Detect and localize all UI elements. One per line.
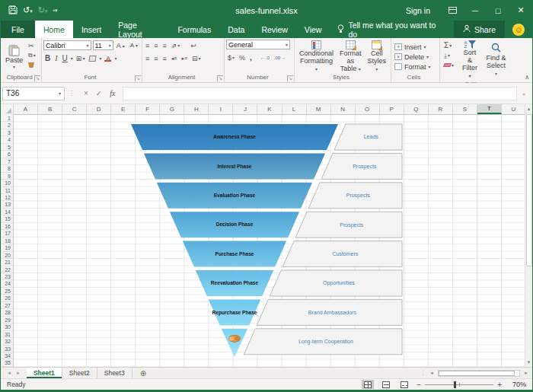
orientation-icon[interactable]: ⇗▾: [170, 41, 182, 49]
column-header-P[interactable]: P: [380, 104, 404, 114]
select-all-corner[interactable]: [1, 104, 14, 115]
tab-file[interactable]: File: [1, 21, 35, 38]
conditional-formatting-button[interactable]: ConditionalFormatting ▾: [296, 40, 337, 74]
paste-dropdown-icon[interactable]: ▾: [13, 64, 15, 69]
row-header-19[interactable]: 19: [1, 244, 13, 251]
column-header-A[interactable]: A: [14, 104, 38, 114]
row-header-34[interactable]: 34: [1, 352, 13, 359]
funnel-segment-8[interactable]: [222, 329, 248, 357]
row-header-12[interactable]: 12: [1, 194, 13, 201]
decrease-font-icon[interactable]: A▼: [129, 41, 140, 49]
vertical-scrollbar[interactable]: ▲ ▼: [525, 104, 532, 367]
feedback-smiley-icon[interactable]: ☺: [512, 24, 525, 36]
insert-function-icon[interactable]: fx: [110, 89, 115, 97]
number-format-select[interactable]: General▾: [226, 40, 290, 49]
italic-button[interactable]: I: [53, 54, 59, 62]
column-header-T[interactable]: T: [477, 104, 502, 114]
increase-indent-icon[interactable]: ▸≡: [180, 54, 189, 62]
vertical-scroll-thumb[interactable]: [526, 114, 532, 266]
font-family-select[interactable]: Calibri▾: [43, 40, 91, 50]
bold-button[interactable]: B: [43, 54, 52, 62]
column-header-R[interactable]: R: [429, 104, 453, 114]
insert-cells-button[interactable]: +Insert▾: [393, 42, 438, 52]
align-left-icon[interactable]: ≡: [144, 54, 151, 62]
page-layout-view-icon[interactable]: [380, 380, 392, 389]
cut-icon[interactable]: ✂: [27, 41, 37, 49]
paste-button[interactable]: Paste ▾: [2, 40, 26, 74]
autosum-icon[interactable]: Σ▾: [442, 41, 457, 49]
decrease-indent-icon[interactable]: ◂≡: [170, 54, 179, 62]
tell-me-box[interactable]: Tell me what you want to do: [330, 21, 454, 38]
new-sheet-icon[interactable]: ⊕: [132, 368, 154, 378]
column-header-S[interactable]: S: [453, 104, 477, 114]
column-header-N[interactable]: N: [331, 104, 356, 114]
row-header-10[interactable]: 10: [1, 180, 13, 186]
row-header-20[interactable]: 20: [1, 252, 13, 259]
number-dialog-launcher-icon[interactable]: ↘: [287, 75, 293, 81]
row-header-24[interactable]: 24: [1, 280, 13, 287]
redo-icon[interactable]: ↻▾: [38, 6, 48, 14]
row-header-17[interactable]: 17: [1, 230, 13, 237]
fill-icon[interactable]: ⤓▾: [442, 51, 457, 59]
enter-icon[interactable]: ✓: [96, 89, 102, 97]
column-header-E[interactable]: E: [111, 104, 136, 114]
row-header-13[interactable]: 13: [1, 201, 13, 208]
font-color-icon[interactable]: A: [103, 56, 113, 62]
share-button[interactable]: Share: [454, 21, 505, 38]
tab-scroll-splitter[interactable]: ⋮: [420, 370, 426, 376]
undo-icon[interactable]: ↺▾: [23, 6, 33, 14]
align-center-icon[interactable]: ≡: [152, 54, 159, 62]
column-header-L[interactable]: L: [282, 104, 307, 114]
increase-decimal-icon[interactable]: ←.0: [259, 53, 271, 62]
formula-input[interactable]: [123, 87, 517, 100]
scroll-up-icon[interactable]: ▲: [527, 104, 531, 113]
fill-color-icon[interactable]: [88, 56, 97, 62]
clear-icon[interactable]: ▾: [442, 61, 457, 69]
row-header-29[interactable]: 29: [1, 317, 13, 323]
scroll-down-icon[interactable]: ▼: [527, 358, 531, 367]
wrap-text-icon[interactable]: ↩: [189, 41, 198, 49]
column-header-M[interactable]: M: [307, 104, 331, 114]
underline-dropdown-icon[interactable]: ▾: [71, 56, 73, 61]
column-header-H[interactable]: H: [184, 104, 209, 114]
align-right-icon[interactable]: ≡: [161, 54, 168, 62]
horizontal-scroll-thumb[interactable]: [439, 371, 515, 376]
row-header-2[interactable]: 2: [1, 122, 13, 129]
font-color-dropdown-icon[interactable]: ▾: [114, 56, 116, 61]
zoom-slider-thumb[interactable]: [454, 381, 456, 388]
sort-filter-button[interactable]: AZ Sort &Filter ▾: [458, 40, 482, 81]
align-middle-icon[interactable]: ≡: [152, 41, 159, 49]
format-cells-button[interactable]: Format▾: [393, 62, 438, 72]
column-header-B[interactable]: B: [38, 104, 62, 114]
tab-insert[interactable]: Insert: [73, 21, 110, 38]
row-header-35[interactable]: 35: [1, 359, 13, 366]
zoom-slider[interactable]: [425, 384, 493, 385]
sheet-tab-sheet2[interactable]: Sheet2: [62, 368, 97, 378]
sheet-tab-sheet3[interactable]: Sheet3: [97, 368, 132, 378]
row-header-7[interactable]: 7: [1, 158, 13, 165]
close-button[interactable]: ✕: [509, 0, 532, 21]
sheet-tab-sheet1[interactable]: Sheet1: [27, 368, 62, 378]
customize-qat-icon[interactable]: ▪▾: [53, 8, 57, 13]
align-top-icon[interactable]: ≡: [144, 41, 151, 49]
cancel-icon[interactable]: ×: [84, 89, 88, 97]
row-header-9[interactable]: 9: [1, 173, 13, 180]
zoom-level[interactable]: 70%: [508, 381, 526, 388]
page-break-view-icon[interactable]: [398, 380, 410, 389]
row-header-1[interactable]: 1: [1, 115, 13, 122]
zoom-in-icon[interactable]: +: [497, 381, 502, 389]
percent-format-icon[interactable]: %: [238, 53, 247, 62]
column-header-D[interactable]: D: [87, 104, 111, 114]
formula-bar-splitter[interactable]: ⋮: [65, 90, 79, 97]
minimize-button[interactable]: ─: [464, 0, 487, 21]
column-header-K[interactable]: K: [257, 104, 282, 114]
fill-color-dropdown-icon[interactable]: ▾: [99, 56, 101, 61]
decrease-decimal-icon[interactable]: .00→: [273, 53, 287, 62]
row-header-11[interactable]: 11: [1, 187, 13, 194]
format-painter-icon[interactable]: [27, 61, 37, 69]
delete-cells-button[interactable]: ×Delete▾: [393, 52, 438, 62]
row-header-22[interactable]: 22: [1, 266, 13, 273]
row-header-26[interactable]: 26: [1, 295, 13, 301]
sheet-nav-left-icon[interactable]: ◄: [7, 371, 11, 375]
format-as-table-button[interactable]: Format asTable ▾: [337, 40, 365, 74]
